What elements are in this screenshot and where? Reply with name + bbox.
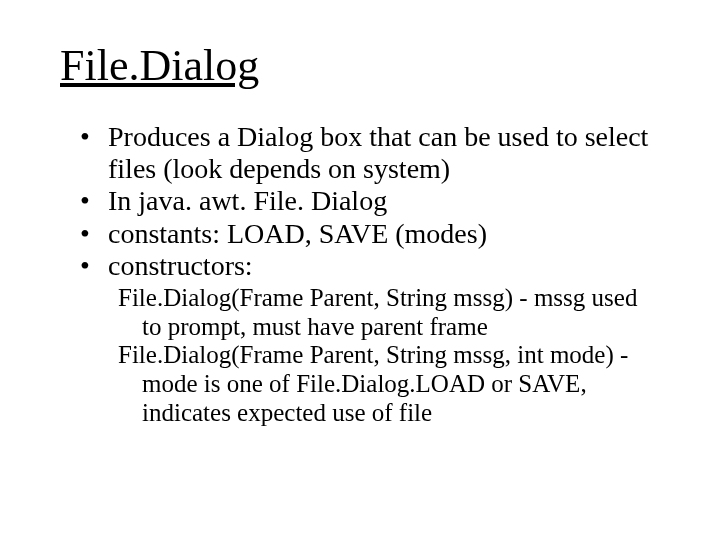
- bullet-item: Produces a Dialog box that can be used t…: [80, 121, 660, 185]
- bullet-item: constants: LOAD, SAVE (modes): [80, 218, 660, 250]
- bullet-item: constructors:: [80, 250, 660, 282]
- slide: File.Dialog Produces a Dialog box that c…: [0, 0, 720, 428]
- sub-item: File.Dialog(Frame Parent, String mssg) -…: [118, 284, 660, 342]
- sub-item: File.Dialog(Frame Parent, String mssg, i…: [118, 341, 660, 427]
- bullet-item: In java. awt. File. Dialog: [80, 185, 660, 217]
- bullet-list: Produces a Dialog box that can be used t…: [80, 121, 660, 282]
- sub-list: File.Dialog(Frame Parent, String mssg) -…: [118, 284, 660, 428]
- slide-title: File.Dialog: [60, 40, 660, 91]
